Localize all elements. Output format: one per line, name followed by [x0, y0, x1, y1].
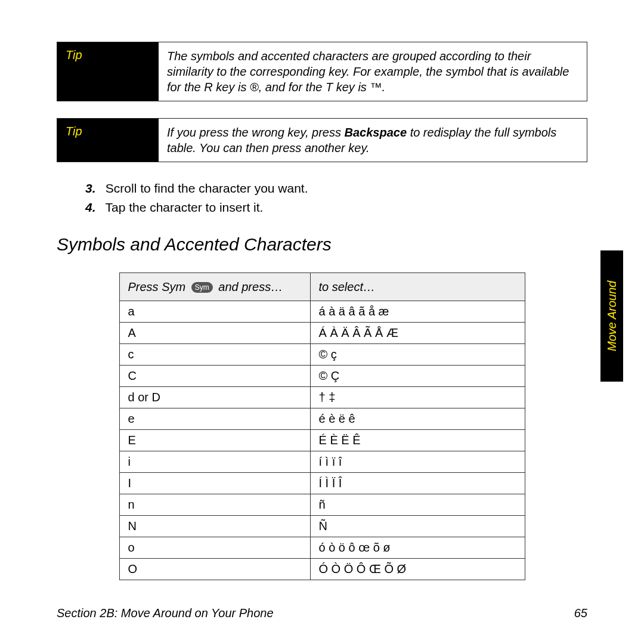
press-cell: O: [119, 559, 310, 580]
step-item: 4. Tap the character to insert it.: [85, 198, 587, 217]
press-cell: C: [119, 366, 310, 387]
tip-label: Tip: [57, 119, 159, 162]
select-cell: ñ: [310, 494, 525, 516]
select-cell: © Ç: [310, 366, 525, 387]
step-list: 3. Scroll to find the character you want…: [85, 179, 587, 216]
tip-body-pre: If you press the wrong key, press: [167, 126, 345, 139]
tip-label: Tip: [57, 42, 159, 101]
table-header-row: Press Sym Sym and press… to select…: [119, 273, 525, 301]
select-cell: © ç: [310, 344, 525, 366]
table-row: EÉ È Ë Ê: [119, 430, 525, 451]
press-cell: E: [119, 430, 310, 451]
select-cell: Í Ì Ï Î: [310, 473, 525, 494]
tip-box-1: Tip The symbols and accented characters …: [57, 42, 587, 101]
select-cell: í ì ï î: [310, 451, 525, 473]
step-text: Tap the character to insert it.: [105, 200, 263, 214]
table-row: IÍ Ì Ï Î: [119, 473, 525, 494]
press-cell: e: [119, 408, 310, 430]
press-cell: c: [119, 344, 310, 366]
select-cell: Ó Ò Ö Ô Œ Õ Ø: [310, 559, 525, 580]
step-number: 4.: [85, 198, 102, 217]
sym-key-icon: Sym: [191, 282, 213, 293]
tip-body-bold: Backspace: [345, 126, 407, 139]
table-row: ií ì ï î: [119, 451, 525, 473]
press-cell: d or D: [119, 387, 310, 408]
table-row: aá à ä â ã å æ: [119, 301, 525, 323]
header-left-pre: Press Sym: [128, 280, 189, 293]
table-row: eé è ë ê: [119, 408, 525, 430]
select-cell: Á À Ä Â Ã Å Æ: [310, 323, 525, 344]
header-left-post: and press…: [215, 280, 283, 293]
table-row: d or D† ‡: [119, 387, 525, 408]
section-title: Symbols and Accented Characters: [57, 234, 587, 255]
step-text: Scroll to find the character you want.: [106, 181, 308, 195]
symbols-table: Press Sym Sym and press… to select… aá à…: [119, 273, 525, 580]
page: Tip The symbols and accented characters …: [0, 0, 644, 644]
table-row: oó ò ö ô œ õ ø: [119, 537, 525, 559]
table-body: aá à ä â ã å æ AÁ À Ä Â Ã Å Æ c© ç C© Ç …: [119, 301, 525, 580]
table-row: AÁ À Ä Â Ã Å Æ: [119, 323, 525, 344]
select-cell: é è ë ê: [310, 408, 525, 430]
table-header-right: to select…: [310, 273, 525, 301]
select-cell: † ‡: [310, 387, 525, 408]
press-cell: i: [119, 451, 310, 473]
table-row: NÑ: [119, 516, 525, 537]
page-number: 65: [574, 606, 587, 620]
table-row: nñ: [119, 494, 525, 516]
footer: Section 2B: Move Around on Your Phone 65: [57, 606, 587, 620]
table-row: C© Ç: [119, 366, 525, 387]
press-cell: o: [119, 537, 310, 559]
press-cell: N: [119, 516, 310, 537]
press-cell: a: [119, 301, 310, 323]
press-cell: A: [119, 323, 310, 344]
table-row: c© ç: [119, 344, 525, 366]
footer-section: Section 2B: Move Around on Your Phone: [57, 606, 274, 620]
tip-body: The symbols and accented characters are …: [159, 42, 587, 101]
press-cell: n: [119, 494, 310, 516]
side-tab: Move Around: [600, 250, 623, 382]
tip-box-2: Tip If you press the wrong key, press Ba…: [57, 118, 587, 162]
table-row: OÓ Ò Ö Ô Œ Õ Ø: [119, 559, 525, 580]
press-cell: I: [119, 473, 310, 494]
tip-body: If you press the wrong key, press Backsp…: [159, 119, 587, 162]
select-cell: É È Ë Ê: [310, 430, 525, 451]
select-cell: ó ò ö ô œ õ ø: [310, 537, 525, 559]
select-cell: á à ä â ã å æ: [310, 301, 525, 323]
select-cell: Ñ: [310, 516, 525, 537]
step-item: 3. Scroll to find the character you want…: [85, 179, 587, 198]
step-number: 3.: [85, 179, 102, 198]
table-header-left: Press Sym Sym and press…: [119, 273, 310, 301]
